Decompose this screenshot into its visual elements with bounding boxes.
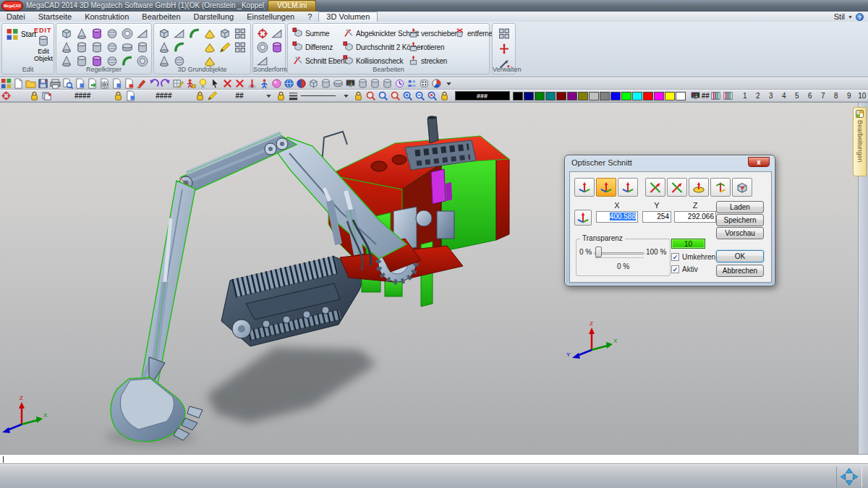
clock-purple-icon[interactable] <box>394 78 405 89</box>
start-button[interactable]: Start <box>6 28 36 40</box>
edit-object-icon[interactable] <box>37 35 50 47</box>
cylinder-2-icon[interactable] <box>136 41 149 53</box>
gift-box-icon[interactable] <box>218 27 231 40</box>
menu-konstruktion[interactable]: Konstruktion <box>78 12 135 22</box>
sphere-pink-icon[interactable] <box>271 78 282 89</box>
eraser-icon[interactable] <box>136 78 147 89</box>
move-axis-icon[interactable] <box>498 43 511 55</box>
section-diagonal-1-button[interactable] <box>645 178 665 197</box>
bent-section-icon[interactable] <box>343 27 354 38</box>
color-swatch[interactable] <box>513 92 523 100</box>
edit-object-button[interactable]: Edit Objekt <box>31 48 56 62</box>
bottle-red-icon[interactable] <box>256 27 269 40</box>
color-swatch[interactable] <box>665 92 675 100</box>
color-swatch[interactable] <box>632 92 642 100</box>
pattern-pair-icon[interactable] <box>234 27 247 40</box>
layer-list-icon[interactable] <box>41 90 52 101</box>
sphere-handles-icon[interactable] <box>106 27 119 40</box>
linewidth-dropdown-icon[interactable] <box>341 90 352 101</box>
pen-number-10[interactable]: 10 <box>856 92 868 100</box>
cone-tip-icon[interactable] <box>60 41 73 53</box>
pen-number-2[interactable]: 2 <box>752 92 765 100</box>
differenz-button[interactable]: Differenz <box>292 40 349 54</box>
command-line[interactable] <box>0 454 868 464</box>
pen-number-5[interactable]: 5 <box>791 92 804 100</box>
torus-gray-icon[interactable] <box>256 41 269 53</box>
section-diagonal-2-button[interactable] <box>667 178 687 197</box>
collision-icon[interactable] <box>343 55 354 66</box>
ellipsoid-icon[interactable] <box>121 41 134 53</box>
optischer-schnitt-dialog[interactable]: Optischer Schnitt x X Y Z 400.588 254 29… <box>564 155 775 286</box>
color-pie-icon[interactable] <box>431 78 442 89</box>
speichern-button[interactable]: Speichern <box>716 214 764 226</box>
prism-tall-icon[interactable] <box>158 41 171 53</box>
section-x-axis-button[interactable] <box>574 178 595 197</box>
color-swatch[interactable] <box>654 92 664 100</box>
trim-red-2-icon[interactable] <box>234 78 245 89</box>
trim-red-icon[interactable] <box>222 78 233 89</box>
pen-dropdown-icon[interactable] <box>263 90 274 101</box>
pattern-pair-2-icon[interactable] <box>234 41 247 53</box>
cone-icon[interactable] <box>75 27 88 40</box>
open-folder-icon[interactable] <box>25 78 36 89</box>
snap-value-field[interactable]: 10 <box>671 239 705 249</box>
box-extrude-icon[interactable] <box>158 27 171 40</box>
undo-icon[interactable] <box>148 78 159 89</box>
drawing-sheet-icon[interactable] <box>125 90 136 101</box>
section-z-axis-button[interactable] <box>618 178 638 197</box>
prism-extrude-icon[interactable] <box>173 27 186 40</box>
menu-einstellungen[interactable]: Einstellungen <box>240 12 301 22</box>
color-swatch[interactable] <box>524 92 534 100</box>
new-file-icon[interactable] <box>13 78 24 89</box>
menu-darstellung[interactable]: Darstellung <box>187 12 241 22</box>
summe-button[interactable]: Summe <box>292 27 349 40</box>
laden-button[interactable]: Laden <box>716 201 764 213</box>
section-rotate-icon[interactable] <box>713 181 728 194</box>
user-pair-icon[interactable] <box>407 78 417 89</box>
color-swatch[interactable] <box>556 92 566 100</box>
tab-3d-volumen[interactable]: 3D Volumen <box>318 12 378 22</box>
section-y-axis-icon[interactable] <box>599 181 613 194</box>
section-rotate-button[interactable] <box>710 178 731 197</box>
document-tab[interactable]: VOLM.ini <box>268 0 316 12</box>
pan-control[interactable] <box>836 466 862 487</box>
color-swatch[interactable] <box>643 92 653 100</box>
layer-lock-icon[interactable] <box>29 90 40 101</box>
color-swatch[interactable] <box>676 92 686 100</box>
torus-icon[interactable] <box>121 27 134 40</box>
wedge-gold-2-icon[interactable] <box>203 41 216 53</box>
barrel-a-icon[interactable] <box>357 78 368 89</box>
zoom-lock-icon[interactable] <box>353 90 364 101</box>
verschieben-button[interactable]: verschieben <box>408 27 459 40</box>
section-plane-disc-icon[interactable] <box>692 181 706 194</box>
section-y-axis-button[interactable] <box>596 178 616 197</box>
color-swatch[interactable] <box>535 92 545 100</box>
menu-datei[interactable]: Datei <box>0 12 32 22</box>
section-cube-button[interactable] <box>732 178 752 197</box>
section-cube-icon[interactable] <box>735 181 749 194</box>
pen-edit-icon[interactable] <box>207 90 218 101</box>
aktiv-checkbox[interactable]: ✓ <box>671 265 679 273</box>
style-menu[interactable]: Stil <box>834 12 845 21</box>
dice-icon[interactable] <box>419 78 430 89</box>
d-profile-icon[interactable] <box>271 27 284 40</box>
sweep-red-icon[interactable] <box>188 27 201 40</box>
ball-red-blue-icon[interactable] <box>296 78 307 89</box>
globe-icon[interactable] <box>284 78 294 89</box>
transparenz-slider-handle[interactable] <box>595 247 602 257</box>
menu-startseite[interactable]: Startseite <box>32 12 78 22</box>
bearbeitungen-tab[interactable]: Bearbeitungen <box>853 107 867 176</box>
grid-edit-icon[interactable] <box>173 78 184 89</box>
color-swatch[interactable] <box>610 92 621 100</box>
cylinder-icon[interactable] <box>75 41 88 53</box>
wedge-icon[interactable] <box>136 27 149 40</box>
ok-button[interactable]: OK <box>716 250 764 262</box>
zoom-out-icon[interactable] <box>414 90 425 101</box>
rotieren-button[interactable]: rotieren <box>408 40 459 54</box>
color-swatch[interactable] <box>621 92 631 100</box>
measure-figure-icon[interactable] <box>185 78 196 89</box>
color-grid-icon[interactable] <box>1 78 12 89</box>
y-value-field[interactable]: 254 <box>642 211 671 223</box>
section-z-axis-icon[interactable] <box>621 181 635 194</box>
print-preview-icon[interactable] <box>62 78 73 89</box>
